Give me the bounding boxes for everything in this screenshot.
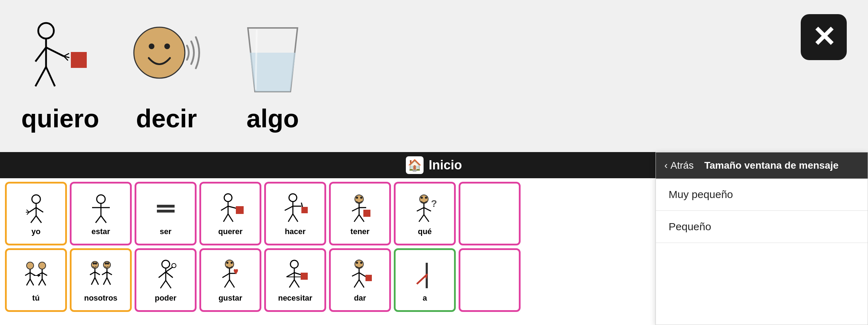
algo-label: algo [246,104,299,133]
svg-point-118 [355,260,363,268]
algo-image [234,19,312,100]
grid-label-a: a [422,294,427,303]
grid-label-querer: querer [218,227,242,236]
svg-point-70 [39,262,46,269]
svg-line-17 [36,208,43,212]
svg-point-80 [95,262,97,265]
svg-line-97 [166,272,173,278]
svg-point-11 [149,43,154,49]
home-icon: 🏠 [406,156,424,174]
svg-point-55 [420,195,428,203]
grid-cell-tener[interactable]: tener [329,182,391,245]
svg-line-115 [294,280,299,288]
dropdown-item-pequeno[interactable]: Pequeño [656,211,868,243]
svg-line-6 [64,53,69,56]
svg-line-68 [27,279,30,285]
grid-label-yo: yo [32,227,41,236]
decir-image [127,19,205,100]
svg-line-43 [293,214,298,222]
svg-line-124 [354,280,359,288]
symbol-decir[interactable]: decir [127,19,205,133]
svg-point-94 [162,260,170,268]
dropdown-item-muy-pequeno[interactable]: Muy pequeño [656,179,868,211]
svg-point-119 [356,262,358,264]
grid-cell-nosotros[interactable]: nosotros [70,248,132,312]
home-label: Inicio [429,158,462,173]
svg-point-10 [134,27,185,78]
grid-cell-hacer[interactable]: hacer [264,182,326,245]
grid-label-que: qué [418,227,432,236]
svg-line-75 [42,279,46,285]
svg-point-79 [93,262,95,265]
symbol-quiero[interactable]: quiero [21,19,99,133]
svg-line-22 [27,212,29,215]
dropdown-title: Tamaño ventana de mensaje [704,160,839,171]
svg-line-18 [31,216,36,223]
svg-line-13 [256,30,257,90]
grid-label-ser: ser [160,227,171,236]
grid-cell-tu[interactable]: tú [5,248,67,312]
grid-cell-querer[interactable]: querer [199,182,261,245]
svg-point-110 [290,260,298,268]
svg-point-104 [231,262,233,264]
grid-label-poder: poder [155,294,176,303]
svg-point-23 [97,195,105,203]
svg-point-101 [172,263,176,268]
svg-rect-45 [301,207,308,213]
grid-cell-necesitar[interactable]: necesitar [264,248,326,312]
svg-line-84 [91,278,95,285]
grid-cell-r1c8[interactable] [459,182,521,245]
grid-label-dar: dar [354,294,366,303]
svg-line-2 [46,47,64,56]
svg-line-19 [36,216,41,223]
svg-line-109 [229,280,234,288]
svg-point-14 [32,195,40,203]
svg-rect-116 [301,273,308,280]
svg-line-5 [46,67,55,86]
svg-line-27 [96,216,101,223]
svg-line-73 [42,273,47,275]
grid-area: yo estar [0,178,868,325]
home-nav-button[interactable]: 🏠 Inicio [406,156,462,174]
svg-line-4 [35,67,46,86]
svg-point-120 [360,262,362,264]
svg-line-114 [289,280,294,288]
svg-line-74 [39,279,42,285]
back-chevron-icon: ‹ [664,160,668,171]
grid-label-tener: tener [351,227,370,236]
svg-line-83 [95,272,100,275]
grid-cell-dar[interactable]: dar [329,248,391,312]
svg-line-3 [35,47,46,62]
svg-point-64 [27,262,34,269]
svg-line-106 [222,273,229,278]
grid-label-nosotros: nosotros [84,294,117,303]
svg-point-56 [421,197,423,199]
back-label: Atrás [670,160,693,171]
svg-point-47 [356,197,358,199]
svg-line-33 [221,206,228,210]
grid-cell-ser[interactable]: ser [135,182,197,245]
grid-cell-que[interactable]: ? qué [394,182,456,245]
top-area: quiero decir [0,0,868,152]
close-button[interactable]: ✕ [801,14,847,60]
grid-cell-estar[interactable]: estar [70,182,132,245]
grid-cell-gustar[interactable]: gustar [199,248,261,312]
back-button[interactable]: ‹ Atrás [664,160,699,171]
quiero-image [21,19,99,100]
svg-rect-54 [363,210,370,217]
dropdown-header: ‹ Atrás Tamaño ventana de mensaje [656,152,868,179]
dropdown-items: Muy pequeño Pequeño [656,179,868,243]
svg-rect-9 [71,52,87,68]
grid-cell-poder[interactable]: poder [135,248,197,312]
grid-label-hacer: hacer [285,227,306,236]
svg-line-52 [354,215,359,222]
svg-line-82 [90,272,95,275]
grid-cell-yo[interactable]: yo [5,182,67,245]
svg-line-108 [225,280,229,288]
svg-line-67 [30,273,35,275]
symbol-algo[interactable]: algo [234,19,312,133]
svg-line-91 [107,272,112,275]
grid-cell-r2c8[interactable] [459,248,521,312]
grid-cell-a[interactable]: a [394,248,456,312]
svg-line-99 [166,280,171,288]
